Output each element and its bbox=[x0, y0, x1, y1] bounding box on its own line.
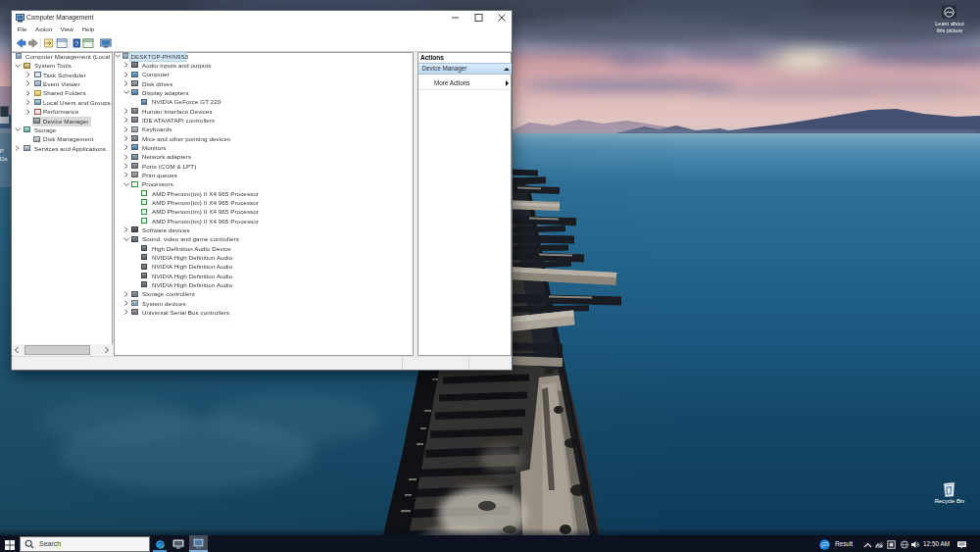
svg-text:?: ? bbox=[74, 39, 79, 48]
